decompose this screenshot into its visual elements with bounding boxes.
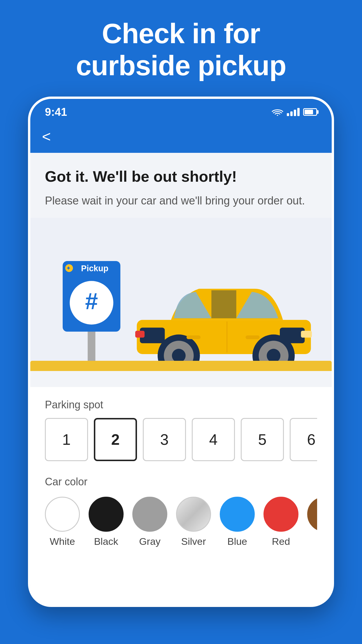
spot-3[interactable]: 3 [143,418,186,461]
svg-rect-17 [135,331,145,337]
spot-4[interactable]: 4 [192,418,235,461]
color-gray[interactable]: Gray [132,497,167,547]
svg-point-12 [267,349,280,363]
spot-2[interactable]: 2 [94,418,137,461]
svg-rect-16 [301,331,312,337]
svg-rect-19 [246,335,260,339]
color-red[interactable]: Red [263,497,298,547]
battery-icon [303,108,317,116]
color-blue[interactable]: Blue [220,497,255,547]
curb [30,361,332,387]
black-circle [89,497,124,532]
color-white-label: White [50,536,75,547]
blue-circle [220,497,255,532]
page-title: Check in for curbside pickup [23,18,339,82]
main-content: Got it. We'll be out shortly! Please wai… [30,153,332,605]
svg-text:#: # [85,288,98,314]
pickup-sign: ✦ Pickup # [59,261,124,364]
white-circle [45,497,80,532]
color-red-label: Red [272,536,290,547]
spot-6[interactable]: 6 [290,418,317,461]
color-silver-label: Silver [181,536,206,547]
status-time: 9:41 [45,106,67,118]
page-header: Check in for curbside pickup [0,0,362,97]
color-options-row: White Black Gray Silver Blue [45,497,317,547]
back-button[interactable]: < [42,129,51,144]
gray-circle [132,497,167,532]
svg-text:Pickup: Pickup [81,264,108,273]
illustration-area: ✦ Pickup # [30,218,332,387]
svg-rect-6 [88,332,95,364]
status-bar: 9:41 [30,99,332,123]
svg-rect-20 [187,335,201,339]
brown-circle [307,497,317,532]
car-illustration [131,270,317,370]
color-white[interactable]: White [45,497,80,547]
parking-spots-row: 1 2 3 4 5 6 [45,418,317,461]
red-circle [263,497,298,532]
confirmation-section: Got it. We'll be out shortly! Please wai… [30,153,332,209]
car-color-label: Car color [45,476,317,488]
curb-strip [30,361,332,371]
confirmation-text: Please wait in your car and we'll bring … [45,192,317,209]
parking-spot-label: Parking spot [45,399,317,411]
color-black-label: Black [94,536,118,547]
confirmation-title: Got it. We'll be out shortly! [45,167,317,186]
color-silver[interactable]: Silver [176,497,211,547]
color-brown-label: B… [317,536,317,547]
details-section: Parking spot 1 2 3 4 5 6 Car color White… [30,387,332,605]
phone-mockup: 9:41 < [28,97,334,607]
status-icons [272,108,317,116]
spot-1[interactable]: 1 [45,418,88,461]
color-blue-label: Blue [227,536,247,547]
silver-circle [176,497,211,532]
nav-bar: < [30,123,332,153]
svg-text:✦: ✦ [66,265,71,271]
signal-icon [287,108,300,116]
svg-point-15 [172,349,186,363]
color-gray-label: Gray [139,536,161,547]
spot-5[interactable]: 5 [241,418,284,461]
wifi-icon [272,108,283,116]
color-brown[interactable]: B… [307,497,317,547]
color-black[interactable]: Black [89,497,124,547]
